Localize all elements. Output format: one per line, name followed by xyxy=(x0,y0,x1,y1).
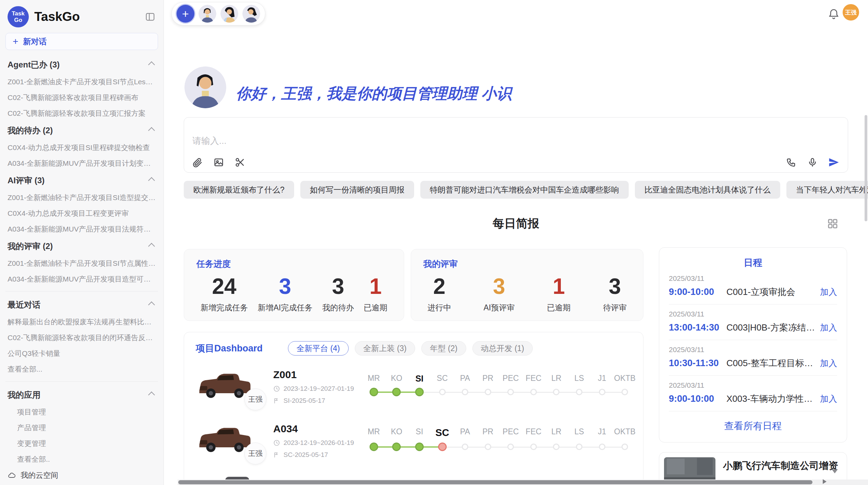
stat-in-progress: 2 进行中 xyxy=(427,274,451,313)
greeting-text: 你好，王强，我是你的项目管理助理 小识 xyxy=(236,84,511,104)
join-button[interactable]: 加入 xyxy=(820,322,837,333)
assistant-avatar-2[interactable] xyxy=(220,5,238,23)
stat-value: 3 xyxy=(322,274,354,298)
schedule-title: 日程 xyxy=(669,248,837,269)
logo-text-top: Task xyxy=(12,10,25,17)
conversation-item[interactable]: C02-飞腾新能源轻客改款项目的闭环通告反馈情况 xyxy=(5,330,159,346)
join-button[interactable]: 加入 xyxy=(820,393,837,405)
chat-input[interactable] xyxy=(192,135,707,147)
conversation-item[interactable]: A034-全新新能源MUV产品开发项目计划变更表编写 xyxy=(5,156,159,171)
project-dates: 2023-12-19~2026-01-19 xyxy=(284,439,354,447)
milestone-label: LR xyxy=(545,374,568,384)
scissors-icon[interactable] xyxy=(234,157,246,168)
logo-row: Task Go TaskGo xyxy=(5,5,159,33)
section-header-my-apps[interactable]: 我的应用 xyxy=(5,386,159,404)
join-button[interactable]: 加入 xyxy=(820,286,837,298)
composer-actions xyxy=(785,157,840,168)
logo-text-bottom: Go xyxy=(14,17,22,23)
divider xyxy=(5,291,158,291)
conversation-item[interactable]: A034-全新新能源MUV产品开发项目造型可行性评审 xyxy=(5,271,159,287)
conversation-item[interactable]: Z001-全新燃油皮卡产品开发项目SI节点Lesson Learn报告 xyxy=(5,74,159,90)
assistant-avatar-1[interactable] xyxy=(198,5,216,23)
project-info: A034 2023-12-19~2026-01-19 SC-2025-05-17 xyxy=(273,423,360,459)
view-all-schedule-link[interactable]: 查看所有日程 xyxy=(669,420,837,433)
user-avatar[interactable]: 王强 xyxy=(843,4,859,21)
section-label: 我的应用 xyxy=(8,389,40,400)
conversation-item[interactable]: C02-飞腾新能源轻客改款项目立项汇报方案 xyxy=(5,105,159,121)
milestone-label: LR xyxy=(545,427,568,438)
conversation-item[interactable]: C0X4-动力总成开发项目SI里程碑提交物检查 xyxy=(5,140,159,156)
collapse-sidebar-icon[interactable] xyxy=(144,11,156,23)
conversation-item[interactable]: 解释最新出台的欧盟报废车法规再生塑料比例被调至15%... xyxy=(5,314,159,330)
phone-icon[interactable] xyxy=(785,157,797,168)
image-icon[interactable] xyxy=(213,157,225,168)
section-header-my-todo[interactable]: 我的待办 (2) xyxy=(5,121,159,140)
tab-new-platform[interactable]: 全新平台 (4) xyxy=(288,341,349,356)
new-chat-button[interactable]: + 新对话 xyxy=(5,33,158,50)
milestone-label: PA xyxy=(454,374,477,384)
milestone-dot-pending xyxy=(485,444,491,450)
task-progress-title: 任务进度 xyxy=(184,249,404,270)
suggestion-chip[interactable]: 如何写一份清晰的项目周报 xyxy=(300,181,414,199)
view-all-conversations[interactable]: 查看全部... xyxy=(5,361,159,377)
project-code: A034 xyxy=(273,423,360,435)
join-button[interactable]: 加入 xyxy=(820,358,837,369)
milestone-label: SI xyxy=(408,427,431,438)
assistant-avatar-3[interactable] xyxy=(242,5,260,23)
flag-icon xyxy=(273,451,280,458)
project-row[interactable]: 王强 A034 2023-12-19~2026-01-19 SC-2025-05… xyxy=(184,414,643,468)
milestone-label: PR xyxy=(477,427,499,438)
conversation-item[interactable]: Z001-全新燃油轻卡产品开发项目SI节点属性5D文件评审 xyxy=(5,256,159,271)
section-header-my-review[interactable]: 我的评审 (2) xyxy=(5,237,159,256)
section-label: Agent已办 (3) xyxy=(8,59,60,70)
suggestion-chip[interactable]: 欧洲新规最近颁布了什么? xyxy=(184,181,294,199)
conversation-item[interactable]: Z001-全新燃油轻卡产品开发项目SI造型提交物评审 xyxy=(5,190,159,206)
view-all-apps[interactable]: 查看全部.. xyxy=(5,451,159,467)
project-code: Z001 xyxy=(273,369,360,381)
notification-bell-icon[interactable] xyxy=(828,8,840,20)
tab-year-model[interactable]: 年型 (2) xyxy=(421,341,466,356)
event-time: 9:00-10:00 xyxy=(669,394,726,404)
conversation-item[interactable]: 公司Q3轻卡销量 xyxy=(5,346,159,361)
paperclip-icon[interactable] xyxy=(192,157,203,168)
event-date: 2025/03/11 xyxy=(669,346,837,354)
flag-icon xyxy=(273,397,280,404)
milestone-dot-pending xyxy=(622,389,628,395)
send-icon[interactable] xyxy=(828,157,840,168)
add-assistant-button[interactable]: + xyxy=(177,5,194,23)
new-chat-label: 新对话 xyxy=(23,36,47,47)
milestone-dot-pending xyxy=(553,389,559,395)
milestone-dot-done xyxy=(415,443,424,451)
cloud-space-label: 我的云空间 xyxy=(21,470,58,481)
horizontal-scrollbar-thumb[interactable] xyxy=(178,480,812,484)
suggestion-chip[interactable]: 比亚迪全固态电池计划具体说了什么 xyxy=(635,181,780,199)
stat-ai-done: 3 新增AI完成任务 xyxy=(258,274,313,313)
layout-grid-icon[interactable] xyxy=(827,218,839,229)
milestone-dot-done xyxy=(415,388,424,396)
tab-new-body[interactable]: 全新上装 (3) xyxy=(355,341,415,356)
stat-review-overdue: 1 已逾期 xyxy=(547,274,571,313)
scroll-down-arrow-icon[interactable] xyxy=(832,469,838,473)
project-row[interactable]: 王强 Z001 2023-12-19~2027-01-19 SI-2025-05… xyxy=(184,360,643,414)
scroll-right-arrow-icon[interactable] xyxy=(823,479,827,484)
milestone-label: PA xyxy=(454,427,477,438)
stat-label: 已逾期 xyxy=(364,302,387,313)
conversation-item[interactable]: A034-全新新能源MUV产品开发项目法规符合性评审 xyxy=(5,221,159,237)
conversation-item[interactable]: C02-飞腾新能源轻客改款项目里程碑画布 xyxy=(5,90,159,105)
app-item-product[interactable]: 产品管理 xyxy=(5,420,159,436)
stat-label: 已逾期 xyxy=(547,302,571,313)
microphone-icon[interactable] xyxy=(807,157,818,168)
app-item-project[interactable]: 项目管理 xyxy=(5,404,159,420)
vertical-scrollbar-thumb[interactable] xyxy=(865,115,867,221)
sidebar-item-cloud-space[interactable]: 我的云空间 xyxy=(5,467,159,484)
section-header-ai-review[interactable]: AI评审 (3) xyxy=(5,171,159,190)
section-header-agent-done[interactable]: Agent已办 (3) xyxy=(5,55,159,74)
task-progress-stats: 24 新增完成任务 3 新增AI完成任务 3 我的待办 1 已逾期 xyxy=(184,270,404,313)
conversation-item[interactable]: C0X4-动力总成开发项目工程变更评审 xyxy=(5,206,159,221)
suggestion-chip[interactable]: 当下年轻人对汽车外观有怎样的喜好趋势 xyxy=(786,181,868,199)
tab-powertrain[interactable]: 动总开发 (1) xyxy=(472,341,533,356)
suggestion-chip[interactable]: 特朗普可能对进口汽车增税会对中国车企造成哪些影响 xyxy=(420,181,629,199)
section-header-recent[interactable]: 最近对话 xyxy=(5,296,159,314)
sidebar-item-favorites[interactable]: 我的收藏 xyxy=(5,484,159,485)
app-item-change[interactable]: 变更管理 xyxy=(5,436,159,451)
